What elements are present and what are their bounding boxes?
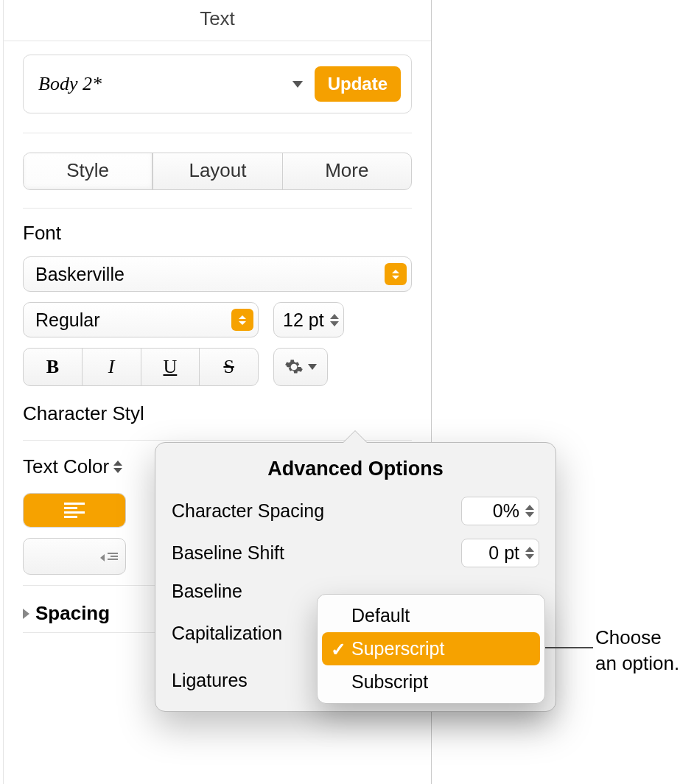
- character-spacing-label: Character Spacing: [172, 500, 324, 522]
- baseline-shift-label: Baseline Shift: [172, 542, 284, 564]
- spacing-label: Spacing: [35, 602, 110, 625]
- font-size-value: 12 pt: [283, 309, 324, 331]
- baseline-shift-value: 0 pt: [488, 542, 519, 564]
- popup-knob-icon: [231, 309, 253, 331]
- underline-button[interactable]: U: [141, 349, 200, 385]
- stepper-arrows-icon: [525, 547, 534, 559]
- character-styles-label: Character Styl: [4, 396, 431, 440]
- align-left-icon: [64, 503, 85, 518]
- disclosure-triangle-icon: [23, 609, 29, 619]
- font-section-label: Font: [4, 209, 431, 256]
- popup-arrows-icon: [113, 461, 122, 473]
- baseline-label: Baseline: [172, 581, 242, 602]
- strike-button[interactable]: S: [199, 349, 258, 385]
- paragraph-style-value: Body 2*: [38, 73, 102, 95]
- advanced-options-button[interactable]: [273, 348, 328, 386]
- panel-title: Text: [4, 0, 431, 41]
- font-size-stepper[interactable]: 12 pt: [273, 302, 344, 337]
- stepper-arrows-icon: [525, 505, 534, 517]
- tab-style[interactable]: Style: [24, 153, 153, 189]
- chevron-down-icon: [308, 364, 317, 370]
- tabs-wrap: Style Layout More: [4, 133, 431, 208]
- italic-button[interactable]: I: [82, 349, 141, 385]
- callout-line2: an option.: [595, 651, 679, 676]
- menu-item-superscript[interactable]: ✓ Superscript: [322, 632, 540, 665]
- bold-button[interactable]: B: [24, 349, 82, 385]
- advanced-options-title: Advanced Options: [172, 458, 539, 480]
- gear-icon: [284, 357, 304, 377]
- baseline-menu: Default ✓ Superscript Subscript: [317, 594, 545, 704]
- callout-line: [541, 647, 593, 648]
- font-family-value: Baskerville: [35, 264, 125, 285]
- ligatures-label: Ligatures: [172, 670, 248, 691]
- format-tabs: Style Layout More: [23, 153, 412, 190]
- text-align-segment: [23, 493, 126, 528]
- tab-more[interactable]: More: [282, 153, 411, 189]
- menu-item-subscript[interactable]: Subscript: [322, 665, 540, 699]
- baseline-shift-stepper[interactable]: 0 pt: [461, 539, 539, 567]
- typeface-select[interactable]: Regular: [23, 302, 259, 337]
- align-left-button[interactable]: [24, 494, 125, 527]
- character-spacing-value: 0%: [493, 500, 519, 522]
- menu-item-label: Superscript: [351, 638, 444, 659]
- typeface-value: Regular: [35, 309, 100, 331]
- update-style-button[interactable]: Update: [315, 66, 401, 102]
- capitalization-label: Capitalization: [172, 623, 282, 644]
- menu-item-default[interactable]: Default: [322, 599, 540, 632]
- stepper-arrows-icon: [330, 314, 339, 326]
- popup-knob-icon: [385, 263, 407, 285]
- tab-layout[interactable]: Layout: [153, 153, 281, 189]
- list-style-button[interactable]: [23, 538, 126, 575]
- paragraph-style-section: Body 2* Update: [4, 41, 431, 113]
- paragraph-style-row: Body 2* Update: [23, 55, 412, 113]
- list-chevron-icon: [108, 553, 118, 560]
- font-family-select[interactable]: Baskerville: [23, 256, 412, 292]
- checkmark-icon: ✓: [331, 638, 346, 659]
- text-color-label: Text Color: [23, 455, 109, 478]
- callout-text: Choose an option.: [595, 625, 679, 676]
- chevron-down-icon: [292, 81, 303, 88]
- callout-line1: Choose: [595, 625, 679, 651]
- text-format-segment: B I U S: [23, 348, 259, 386]
- character-spacing-stepper[interactable]: 0%: [461, 497, 539, 525]
- paragraph-style-select[interactable]: Body 2*: [34, 66, 307, 102]
